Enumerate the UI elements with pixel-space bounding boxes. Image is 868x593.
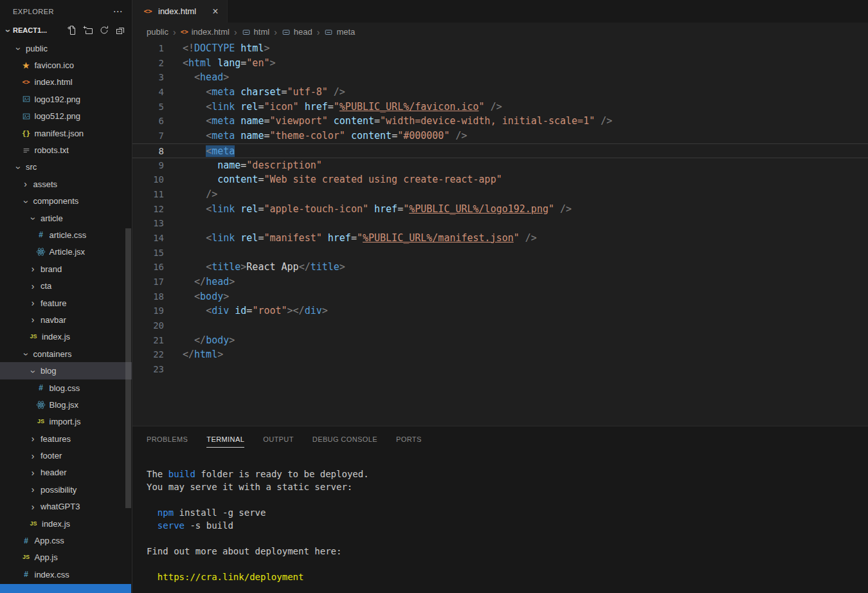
new-file-button[interactable] <box>66 24 78 37</box>
tree-item-label: blog.css <box>50 383 80 393</box>
tree-item-robots-txt[interactable]: robots.txt <box>0 141 132 158</box>
tree-item-brand[interactable]: ›brand <box>0 260 132 277</box>
panel-tab-terminal[interactable]: TERMINAL <box>206 430 244 448</box>
tree-item-features[interactable]: ›features <box>0 430 132 447</box>
tree-item-article[interactable]: ›article <box>0 210 132 226</box>
tree-item-header[interactable]: ›header <box>0 464 132 481</box>
code-line-content[interactable]: content="Web site created using create-r… <box>183 172 502 187</box>
tab-index-html[interactable]: <> index.html × <box>132 0 228 23</box>
tree-item-index-js[interactable]: JSindex.js <box>0 329 132 345</box>
tree-item-assets[interactable]: ›assets <box>0 176 132 192</box>
tree-item-blog[interactable]: ›blog <box>0 362 132 379</box>
code-line-content[interactable]: </html> <box>183 347 223 362</box>
code-line-content[interactable]: <div id="root"></div> <box>183 304 328 318</box>
tree-item-logo512-png[interactable]: logo512.png <box>0 108 132 125</box>
more-actions-icon[interactable]: ⋯ <box>113 6 123 16</box>
code-line-content[interactable]: <link rel="apple-touch-icon" href="%PUBL… <box>183 202 572 217</box>
refresh-button[interactable] <box>98 24 111 37</box>
tree-item-index-html[interactable]: <>index.html <box>0 74 132 91</box>
sidebar-scrollbar[interactable] <box>125 228 131 508</box>
css-file-icon: # <box>35 231 47 239</box>
tree-item-article-jsx[interactable]: Article.jsx <box>0 244 132 260</box>
tree-item-navbar[interactable]: ›navbar <box>0 311 132 328</box>
breadcrumb-item-public[interactable]: public <box>147 27 168 37</box>
breadcrumb-item-html[interactable]: html <box>242 27 270 37</box>
tree-item-label: robots.txt <box>35 145 69 155</box>
tree-item-article-css[interactable]: #article.css <box>0 226 132 243</box>
code-area[interactable]: 1<!DOCTYPE html>2<html lang="en">3 <head… <box>132 41 868 377</box>
workspace-row[interactable]: › REACT1... <box>0 23 132 38</box>
tree-item-label: index.js <box>42 519 70 529</box>
tree-item-footer[interactable]: ›footer <box>0 447 132 464</box>
code-line: 23 <box>132 362 868 377</box>
code-line-content[interactable]: <meta charset="utf-8" /> <box>183 85 345 100</box>
code-line-content[interactable]: <html lang="en"> <box>183 56 276 71</box>
json-file-icon: {} <box>21 130 32 137</box>
code-line-content[interactable]: /> <box>183 187 217 202</box>
code-line-content[interactable]: <link rel="manifest" href="%PUBLIC_URL%/… <box>183 231 537 246</box>
breadcrumb-item-index-html[interactable]: <>index.html <box>181 27 230 37</box>
tree-item-index-css[interactable]: #index.css <box>0 566 132 583</box>
tree-item-src[interactable]: ›src <box>0 159 132 176</box>
tree-item-index-js[interactable]: JSindex.js <box>0 515 132 532</box>
tree-item-components[interactable]: ›components <box>0 193 132 210</box>
code-line-content[interactable]: </head> <box>183 275 235 289</box>
tree-item-logo192-png[interactable]: logo192.png <box>0 91 132 107</box>
tree-item-cta[interactable]: ›cta <box>0 277 132 294</box>
chevron-right-icon: › <box>28 468 38 478</box>
line-number: 3 <box>132 70 164 85</box>
tree-item-public[interactable]: ›public <box>0 40 132 57</box>
line-number: 22 <box>132 347 164 362</box>
panel-tab-debug-console[interactable]: DEBUG CONSOLE <box>312 430 377 448</box>
code-line-content[interactable]: </body> <box>183 333 235 348</box>
refresh-icon <box>99 25 109 35</box>
new-folder-button[interactable] <box>82 24 95 37</box>
code-line-content[interactable]: <link rel="icon" href="%PUBLIC_URL%/favi… <box>183 100 502 114</box>
collapse-all-button[interactable] <box>114 24 127 37</box>
code-line-content[interactable]: <title>React App</title> <box>183 260 345 275</box>
chevron-right-icon: › <box>28 281 38 291</box>
image-file-icon <box>21 112 32 121</box>
js-file-icon: JS <box>35 419 47 424</box>
vscode-window: EXPLORER ⋯ › REACT1... ›public★favicon.i… <box>0 0 868 593</box>
tree-item-containers[interactable]: ›containers <box>0 345 132 362</box>
tree-item-label: index.html <box>35 77 73 87</box>
close-icon[interactable]: × <box>209 5 222 18</box>
breadcrumb-item-head[interactable]: head <box>282 27 312 37</box>
tree-item-label: manifest.json <box>35 129 84 138</box>
line-number: 1 <box>132 41 164 56</box>
code-line-content[interactable]: <meta name="theme-color" content="#00000… <box>183 129 467 143</box>
tree-item-app-css[interactable]: #App.css <box>0 532 132 549</box>
tree-item-possibility[interactable]: ›possibility <box>0 481 132 498</box>
chevron-down-icon: › <box>14 163 24 173</box>
tree-item-whatgpt3[interactable]: ›whatGPT3 <box>0 498 132 515</box>
tree-item-blog-css[interactable]: #blog.css <box>0 379 132 396</box>
panel-tab-output[interactable]: OUTPUT <box>263 430 294 448</box>
code-line-content[interactable]: <!DOCTYPE html> <box>183 41 269 56</box>
panel-tab-ports[interactable]: PORTS <box>396 430 422 448</box>
line-number: 6 <box>132 114 164 129</box>
code-line-content[interactable]: <meta name="viewport" content="width=dev… <box>183 114 612 129</box>
code-line-content[interactable]: <body> <box>183 289 229 304</box>
terminal-line: serve -s build <box>147 519 868 532</box>
terminal[interactable]: The build folder is ready to be deployed… <box>132 451 868 583</box>
terminal-line <box>147 532 868 545</box>
partially-visible-selected-item[interactable] <box>0 584 131 593</box>
code-line-content[interactable]: <meta <box>183 144 235 158</box>
collapse-all-icon <box>115 25 125 35</box>
tree-item-import-js[interactable]: JSimport.js <box>0 414 132 430</box>
tree-item-manifest-json[interactable]: {}manifest.json <box>0 125 132 141</box>
breadcrumb-label: index.html <box>192 27 230 37</box>
breadcrumb-item-meta[interactable]: meta <box>324 27 355 37</box>
tree-item-feature[interactable]: ›feature <box>0 295 132 311</box>
tree-item-label: index.js <box>42 332 70 342</box>
panel-tabs: PROBLEMSTERMINALOUTPUTDEBUG CONSOLEPORTS <box>132 426 868 451</box>
code-line-content[interactable]: <head> <box>183 70 229 85</box>
tree-item-blog-jsx[interactable]: Blog.jsx <box>0 396 132 413</box>
terminal-link[interactable]: https://cra.link/deployment <box>158 572 304 582</box>
tree-item-label: logo192.png <box>35 95 81 104</box>
code-line-content[interactable]: name="description" <box>183 158 322 173</box>
panel-tab-problems[interactable]: PROBLEMS <box>147 430 188 448</box>
tree-item-favicon-ico[interactable]: ★favicon.ico <box>0 57 132 73</box>
tree-item-app-js[interactable]: JSApp.js <box>0 549 132 566</box>
